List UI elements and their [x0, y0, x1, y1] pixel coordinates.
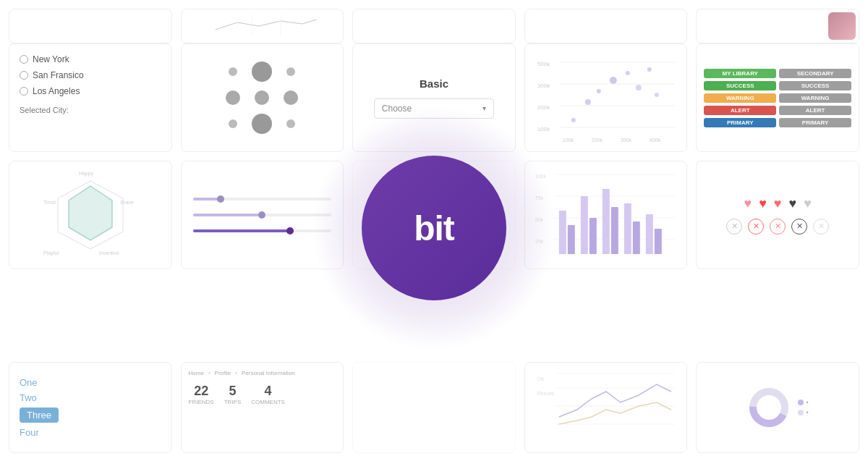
svg-text:500k: 500k: [537, 61, 550, 67]
svg-text:Timid: Timid: [43, 200, 56, 205]
svg-point-20: [647, 67, 652, 72]
svg-rect-41: [603, 189, 610, 254]
slider-thumb-2: [258, 211, 265, 219]
list-item-four: Four: [20, 427, 161, 438]
badge-primary: PRIMARY: [704, 118, 776, 127]
stat-friends: 22 FRIENDS: [189, 384, 214, 405]
chevron-down-icon: ▾: [482, 104, 486, 112]
donut-svg: [747, 386, 791, 429]
dot-sm-4: [286, 119, 295, 128]
radio-circle: [20, 55, 28, 64]
svg-rect-40: [590, 218, 597, 254]
x-coral: ✕: [770, 219, 786, 235]
heart-light: ♥: [804, 196, 812, 211]
donut-legend: • •: [798, 399, 809, 416]
svg-text:Brave: Brave: [121, 200, 134, 205]
badge-alert-gray: ALERT: [779, 106, 851, 115]
radio-card: New York San Fransico Los Angeles Select…: [9, 43, 172, 152]
mini-line-chart-top: [182, 15, 344, 37]
personal-info-card: Home › Profile › Personal Information 22…: [181, 362, 344, 453]
radio-circle-sf: [20, 71, 28, 80]
bit-logo-overlay: bit: [362, 156, 506, 300]
x-dark: ✕: [791, 219, 807, 235]
svg-text:Happy: Happy: [79, 171, 94, 177]
badge-success-gray: SUCCESS: [779, 81, 851, 90]
radio-item-newyork[interactable]: New York: [20, 54, 161, 64]
card-top-2: [181, 9, 344, 43]
heart-dark: ♥: [789, 196, 797, 211]
dot-lg-1: [252, 62, 272, 82]
svg-point-15: [585, 99, 591, 105]
basic-title: Basic: [420, 77, 448, 90]
dot-sm-2: [286, 67, 295, 76]
radio-label-sf: San Fransico: [33, 70, 84, 80]
radio-label-la: Los Angeles: [33, 86, 80, 96]
stats-row: 22 FRIENDS 5 TRIPS 4 COMMENTS: [189, 384, 336, 405]
stat-label-trips: TRIPS: [224, 399, 242, 405]
bit-logo-text: bit: [414, 208, 454, 248]
stat-value-trips: 5: [229, 384, 236, 399]
svg-text:200k: 200k: [592, 138, 603, 143]
stat-trips: 5 TRIPS: [224, 384, 242, 405]
badge-warning: WARNING: [704, 93, 776, 103]
svg-text:100k: 100k: [537, 126, 550, 132]
radio-label-newyork: New York: [33, 54, 69, 64]
dot-sm-3: [229, 119, 237, 128]
legend-item-1: •: [798, 399, 809, 406]
x-red: ✕: [748, 219, 764, 235]
badge-alert: ALERT: [704, 106, 776, 115]
line-chart-bottom-card: Ok Results: [524, 362, 688, 453]
heart-pink: ♥: [744, 196, 752, 211]
slider-fill-2: [193, 214, 263, 216]
svg-point-21: [655, 93, 659, 97]
radar-chart-svg: Happy Brave Inventive Playful Timid: [40, 168, 141, 262]
dot-grid: [223, 62, 301, 134]
card-top-3: [352, 9, 516, 43]
radio-item-sf[interactable]: San Fransico: [20, 70, 161, 80]
svg-text:Playful: Playful: [43, 250, 59, 256]
slider-track-2[interactable]: [193, 214, 332, 216]
legend-dot-2: [798, 410, 804, 415]
svg-text:300k: 300k: [621, 138, 632, 143]
badge-primary-gray: PRIMARY: [779, 118, 851, 127]
svg-point-14: [571, 118, 576, 122]
stat-label-comments: COMMENTS: [251, 399, 285, 405]
svg-point-16: [597, 89, 601, 93]
x-row: ✕ ✕ ✕ ✕ ✕: [726, 219, 829, 235]
svg-text:Results: Results: [537, 391, 555, 396]
svg-rect-44: [633, 221, 640, 254]
svg-point-18: [626, 71, 630, 75]
heart-icon-card: ♥ ♥ ♥ ♥ ♥ ✕ ✕ ✕ ✕ ✕: [696, 161, 859, 269]
svg-rect-39: [581, 196, 588, 254]
list-item-two: Two: [20, 392, 161, 403]
scatter-chart-svg: 500k 300k 200k 100k 100k 200k 300k 400k: [532, 51, 680, 145]
x-light: ✕: [813, 219, 829, 235]
radio-item-la[interactable]: Los Angeles: [20, 86, 161, 96]
svg-rect-38: [568, 225, 575, 254]
list-card: One Two Three Four: [9, 362, 172, 453]
scatter-chart-card: 500k 300k 200k 100k 100k 200k 300k 400k: [524, 43, 688, 152]
slider-track-1[interactable]: [193, 198, 332, 200]
line-chart-bottom-svg: Ok Results: [532, 370, 680, 442]
dot-md-1: [226, 90, 240, 105]
list-item-one: One: [20, 377, 161, 388]
stat-label-friends: FRIENDS: [189, 399, 214, 405]
badge-secondary-gray: SECONDARY: [779, 69, 851, 78]
bit-circle: bit: [362, 156, 506, 300]
badge-success: SUCCESS: [704, 81, 776, 90]
svg-text:Inventive: Inventive: [99, 250, 119, 256]
heart-coral: ♥: [774, 196, 782, 211]
radar-chart-card: Happy Brave Inventive Playful Timid: [9, 161, 172, 269]
dot-grid-card: [181, 43, 344, 152]
svg-rect-46: [655, 229, 662, 254]
dot-lg-2: [252, 114, 272, 134]
svg-text:Ok: Ok: [537, 376, 544, 381]
svg-marker-28: [69, 186, 112, 240]
card-top-1: [9, 9, 172, 43]
legend-label-2: •: [807, 409, 809, 416]
svg-text:100k: 100k: [563, 138, 574, 143]
heart-red: ♥: [759, 196, 767, 211]
badge-card: MY LIBRARY SECONDARY SUCCESS SUCCESS WAR…: [696, 43, 859, 152]
form-breadcrumb: Home › Profile › Personal Information: [189, 370, 336, 376]
stat-comments: 4 COMMENTS: [251, 384, 285, 405]
